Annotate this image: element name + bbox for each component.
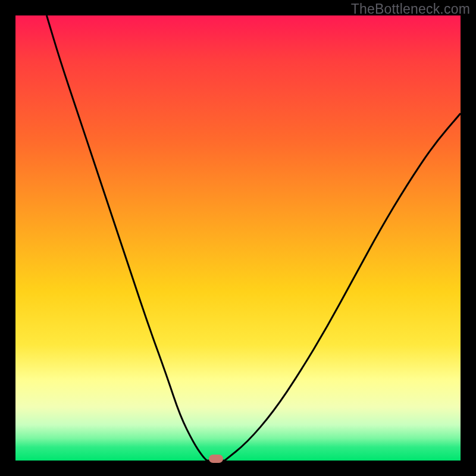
bottleneck-curve	[15, 15, 461, 461]
watermark-text: TheBottleneck.com	[351, 1, 470, 17]
curve-path	[46, 15, 461, 461]
chart-frame: TheBottleneck.com	[0, 0, 476, 476]
minimum-marker	[209, 455, 223, 463]
plot-area	[15, 15, 461, 461]
